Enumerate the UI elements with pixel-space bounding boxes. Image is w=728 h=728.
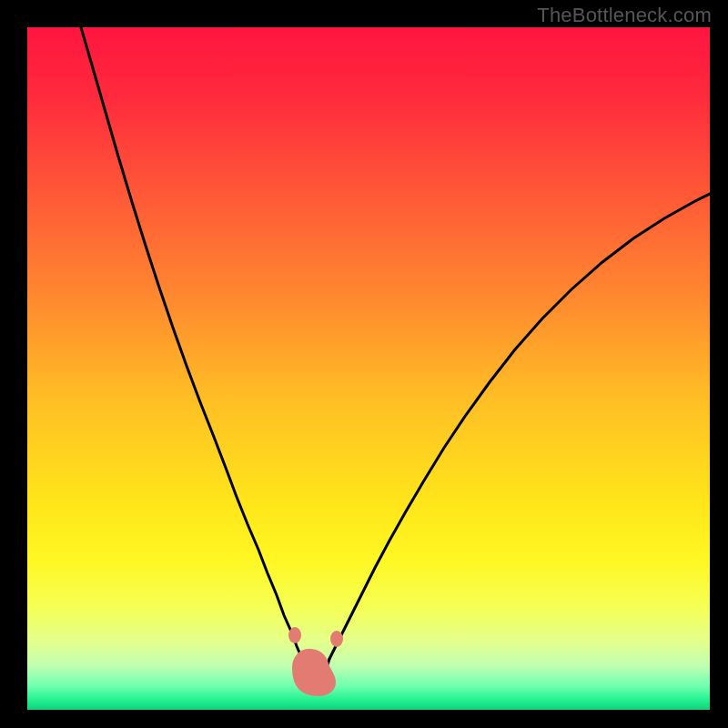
watermark-text: TheBottleneck.com <box>537 4 712 27</box>
chart-frame: TheBottleneck.com <box>0 0 728 728</box>
marker-dot-right <box>330 631 343 647</box>
plot-area <box>27 27 710 710</box>
plot-svg <box>27 27 710 710</box>
marker-pill <box>297 653 331 692</box>
gradient-background <box>27 27 710 710</box>
marker-dot-left <box>288 627 301 643</box>
